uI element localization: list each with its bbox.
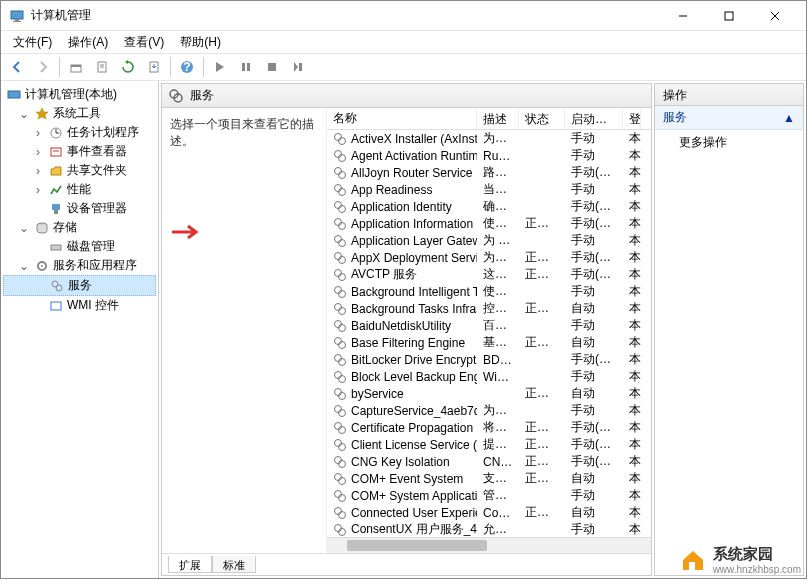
service-logon: 本	[623, 147, 641, 164]
stop-service-button[interactable]	[260, 55, 284, 79]
up-button[interactable]	[64, 55, 88, 79]
col-desc[interactable]: 描述	[477, 108, 519, 129]
tree-storage[interactable]: ⌄存储	[3, 218, 156, 237]
service-row[interactable]: Block Level Backup Engine ...Win...手动本	[327, 368, 651, 385]
service-row[interactable]: ActiveX Installer (AxInstSV)为从 ...手动本	[327, 130, 651, 147]
service-name: Background Intelligent Tra...	[351, 285, 477, 299]
services-title: 服务	[190, 87, 214, 104]
tree-device-manager[interactable]: 设备管理器	[3, 199, 156, 218]
col-startup[interactable]: 启动类型	[565, 108, 623, 129]
service-row[interactable]: Background Intelligent Tra...使用 ...手动本	[327, 283, 651, 300]
description-pane: 选择一个项目来查看它的描述。	[162, 108, 327, 553]
service-row[interactable]: AllJoyn Router Service路由 ...手动(触发...本	[327, 164, 651, 181]
service-row[interactable]: Application Layer Gateway ...为 In...手动本	[327, 232, 651, 249]
service-desc: 这是 ...	[477, 266, 519, 283]
maximize-button[interactable]	[706, 1, 752, 31]
close-button[interactable]	[752, 1, 798, 31]
tree-root[interactable]: 计算机管理(本地)	[3, 85, 156, 104]
tree-event-viewer[interactable]: ›事件查看器	[3, 142, 156, 161]
actions-section[interactable]: 服务▲	[655, 106, 803, 130]
service-row[interactable]: Client License Service (Clip...提供 ...正在 …	[327, 436, 651, 453]
service-icon	[333, 319, 347, 333]
svg-point-70	[335, 422, 342, 429]
svg-point-63	[339, 358, 346, 365]
menu-action[interactable]: 操作(A)	[62, 32, 114, 53]
services-list[interactable]: ActiveX Installer (AxInstSV)为从 ...手动本Age…	[327, 130, 651, 537]
tree-services-apps[interactable]: ⌄服务和应用程序	[3, 256, 156, 275]
service-row[interactable]: byService正在 ...自动本	[327, 385, 651, 402]
service-row[interactable]: AppX Deployment Service ...为部 ...正在 ...手…	[327, 249, 651, 266]
menu-file[interactable]: 文件(F)	[7, 32, 58, 53]
tree-services[interactable]: 服务	[3, 275, 156, 296]
col-logon[interactable]: 登	[623, 108, 641, 129]
menu-view[interactable]: 查看(V)	[118, 32, 170, 53]
svg-rect-1	[15, 19, 19, 21]
start-service-button[interactable]	[208, 55, 232, 79]
help-button[interactable]: ?	[175, 55, 199, 79]
service-row[interactable]: COM+ Event System支持 ...正在 ...自动本	[327, 470, 651, 487]
minimize-button[interactable]	[660, 1, 706, 31]
service-name: ActiveX Installer (AxInstSV)	[351, 132, 477, 146]
svg-point-54	[335, 286, 342, 293]
service-icon	[333, 166, 347, 180]
service-row[interactable]: Base Filtering Engine基本 ...正在 ...自动本	[327, 334, 651, 351]
service-logon: 本	[623, 164, 641, 181]
properties-button[interactable]	[90, 55, 114, 79]
service-row[interactable]: Background Tasks Infrastru...控制 ...正在 ..…	[327, 300, 651, 317]
tab-extended[interactable]: 扩展	[168, 556, 212, 573]
tree-disk-management[interactable]: 磁盘管理	[3, 237, 156, 256]
service-logon: 本	[623, 215, 641, 232]
col-name[interactable]: 名称	[327, 108, 477, 129]
service-row[interactable]: Application Information使用 ...正在 ...手动(触发…	[327, 215, 651, 232]
service-row[interactable]: BaiduNetdiskUtility百度 ...手动本	[327, 317, 651, 334]
service-desc: 当用 ...	[477, 181, 519, 198]
svg-point-40	[335, 167, 342, 174]
forward-button[interactable]	[31, 55, 55, 79]
service-desc: 将用 ...	[477, 419, 519, 436]
service-row[interactable]: Certificate Propagation将用 ...正在 ...手动(触发…	[327, 419, 651, 436]
list-header: 名称 描述 状态 启动类型 登	[327, 108, 651, 130]
horizontal-scrollbar[interactable]	[327, 537, 651, 553]
tree-performance[interactable]: ›性能	[3, 180, 156, 199]
service-name: AppX Deployment Service ...	[351, 251, 477, 265]
service-logon: 本	[623, 130, 641, 147]
refresh-button[interactable]	[116, 55, 140, 79]
svg-point-39	[339, 154, 346, 161]
action-more[interactable]: 更多操作	[655, 130, 803, 155]
service-row[interactable]: Connected User Experienc...Con...正在 ...自…	[327, 504, 651, 521]
service-startup: 手动	[565, 368, 623, 385]
service-row[interactable]: CNG Key IsolationCNG ...正在 ...手动(触发...本	[327, 453, 651, 470]
svg-point-51	[339, 256, 346, 263]
service-row[interactable]: Agent Activation Runtime ...Runt...手动本	[327, 147, 651, 164]
service-row[interactable]: CaptureService_4aeb7ca为调 ...手动本	[327, 402, 651, 419]
service-row[interactable]: AVCTP 服务这是 ...正在 ...手动(触发...本	[327, 266, 651, 283]
service-row[interactable]: BitLocker Drive Encryption ...BDE...手动(触…	[327, 351, 651, 368]
tree-task-scheduler[interactable]: ›任务计划程序	[3, 123, 156, 142]
service-row[interactable]: ConsentUX 用户服务_4aeb...允许 ...手动本	[327, 521, 651, 537]
pause-service-button[interactable]	[234, 55, 258, 79]
tree-shared-folders[interactable]: ›共享文件夹	[3, 161, 156, 180]
service-name: Certificate Propagation	[351, 421, 473, 435]
svg-point-82	[335, 524, 342, 531]
service-logon: 本	[623, 368, 641, 385]
back-button[interactable]	[5, 55, 29, 79]
tree-wmi[interactable]: WMI 控件	[3, 296, 156, 315]
tree-system-tools[interactable]: ⌄系统工具	[3, 104, 156, 123]
service-row[interactable]: COM+ System Application管理 ...手动本	[327, 487, 651, 504]
service-desc: 控制 ...	[477, 300, 519, 317]
svg-rect-84	[689, 562, 695, 570]
service-icon	[333, 251, 347, 265]
service-icon	[333, 268, 347, 282]
service-row[interactable]: App Readiness当用 ...手动本	[327, 181, 651, 198]
tree-view[interactable]: 计算机管理(本地) ⌄系统工具 ›任务计划程序 ›事件查看器 ›共享文件夹 ›性…	[1, 81, 159, 578]
service-logon: 本	[623, 419, 641, 436]
service-row[interactable]: Application Identity确定 ...手动(触发...本	[327, 198, 651, 215]
service-logon: 本	[623, 487, 641, 504]
export-button[interactable]	[142, 55, 166, 79]
menu-help[interactable]: 帮助(H)	[174, 32, 227, 53]
svg-point-75	[339, 460, 346, 467]
service-name: byService	[351, 387, 404, 401]
tab-standard[interactable]: 标准	[212, 556, 256, 573]
restart-service-button[interactable]	[286, 55, 310, 79]
col-status[interactable]: 状态	[519, 108, 565, 129]
